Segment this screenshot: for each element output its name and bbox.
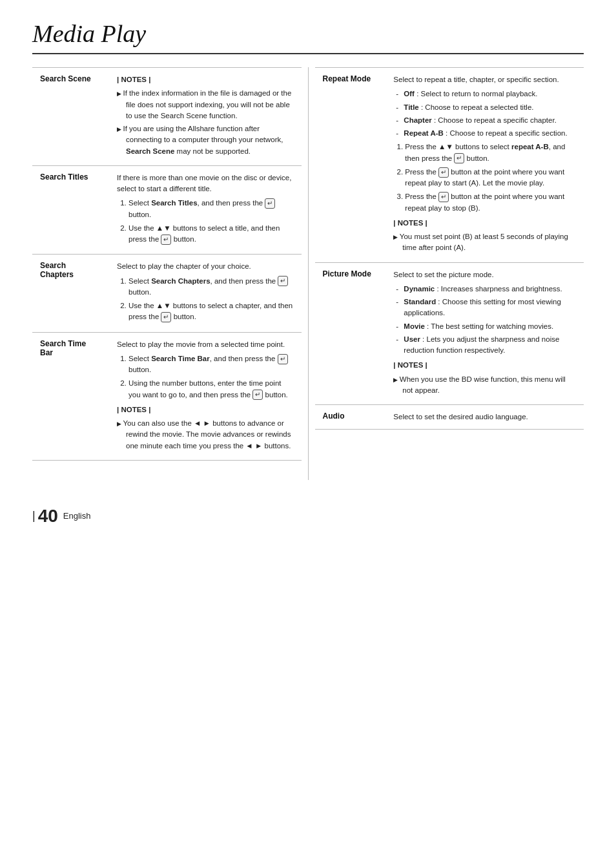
search-timebar-content: Select to play the movie from a selected…	[109, 332, 302, 460]
notes-list: If the index information in the file is …	[117, 88, 294, 157]
section-intro: Select to play the movie from a selected…	[117, 339, 294, 350]
list-item: Chapter : Choose to repeat a specific ch…	[393, 115, 576, 126]
list-item: Dynamic : Increases sharpness and bright…	[393, 284, 576, 295]
repeat-mode-label: Repeat Mode	[315, 68, 386, 263]
list-item: When you use the BD wise function, this …	[393, 374, 576, 397]
enter-icon: ↵	[438, 192, 449, 202]
main-content: Search Scene | NOTES | If the index info…	[32, 67, 584, 480]
search-titles-content: If there is more than one movie on the d…	[109, 165, 302, 255]
picture-mode-content: Select to set the picture mode. Dynamic …	[385, 262, 584, 405]
search-scene-notes: | NOTES | If the index information in th…	[117, 74, 294, 157]
enter-icon: ↵	[454, 153, 464, 163]
section-intro: Select to repeat a title, chapter, or sp…	[393, 74, 576, 85]
enter-icon: ↵	[161, 234, 171, 245]
table-row: SearchChapters Select to play the chapte…	[32, 255, 302, 332]
list-item: Use the ▲▼ buttons to select a chapter, …	[128, 300, 294, 323]
notes-title: | NOTES |	[393, 360, 576, 371]
search-chapters-content: Select to play the chapter of your choic…	[109, 255, 302, 332]
list-item: Title : Choose to repeat a selected titl…	[393, 102, 576, 113]
left-table: Search Scene | NOTES | If the index info…	[32, 67, 302, 461]
picture-mode-label: Picture Mode	[315, 262, 386, 405]
page-title: Media Play	[32, 19, 584, 54]
dash-list: Dynamic : Increases sharpness and bright…	[393, 284, 576, 357]
search-chapters-label: SearchChapters	[32, 255, 109, 332]
table-row: Search TimeBar Select to play the movie …	[32, 332, 302, 460]
search-scene-label: Search Scene	[32, 68, 109, 166]
search-scene-content: | NOTES | If the index information in th…	[109, 68, 302, 166]
steps-list: Select Search Titles, and then press the…	[117, 198, 294, 245]
steps-list: Select Search Chapters, and then press t…	[117, 276, 294, 323]
list-item: Select Search Chapters, and then press t…	[128, 276, 294, 298]
enter-icon: ↵	[278, 276, 288, 286]
list-item: You can also use the ◄ ► buttons to adva…	[117, 418, 294, 452]
right-table: Repeat Mode Select to repeat a title, ch…	[315, 67, 584, 430]
notes-title: | NOTES |	[117, 404, 294, 415]
page-footer: | 40 English	[32, 506, 584, 526]
notes-box: | NOTES | You can also use the ◄ ► butto…	[117, 404, 294, 452]
page-number: 40	[38, 506, 58, 526]
page-lang: English	[63, 511, 91, 521]
notes-box: | NOTES | You must set point (B) at leas…	[393, 218, 576, 254]
list-item: Press the ▲▼ buttons to select repeat A-…	[405, 141, 576, 164]
table-row: Search Scene | NOTES | If the index info…	[32, 68, 302, 166]
audio-text: Select to set the desired audio language…	[393, 412, 576, 422]
pipe-icon: |	[32, 509, 36, 523]
list-item: Press the ↵ button at the point where yo…	[405, 167, 576, 189]
list-item: If the index information in the file is …	[117, 88, 294, 121]
section-intro: If there is more than one movie on the d…	[117, 172, 294, 195]
notes-list: You can also use the ◄ ► buttons to adva…	[117, 418, 294, 452]
table-row: Audio Select to set the desired audio la…	[315, 405, 584, 430]
list-item: If you are using the Allshare function a…	[117, 123, 294, 157]
notes-box: | NOTES | When you use the BD wise funct…	[393, 360, 576, 396]
notes-title: | NOTES |	[117, 74, 294, 85]
audio-content: Select to set the desired audio language…	[385, 405, 584, 430]
enter-icon: ↵	[438, 167, 449, 178]
steps-list: Select Search Time Bar, and then press t…	[117, 353, 294, 401]
steps-list: Press the ▲▼ buttons to select repeat A-…	[393, 141, 576, 214]
left-column: Search Scene | NOTES | If the index info…	[32, 67, 302, 480]
list-item: Use the ▲▼ buttons to select a title, an…	[128, 223, 294, 245]
search-timebar-label: Search TimeBar	[32, 332, 109, 460]
list-item: Select Search Titles, and then press the…	[128, 198, 294, 220]
repeat-mode-content: Select to repeat a title, chapter, or sp…	[385, 68, 584, 263]
table-row: Repeat Mode Select to repeat a title, ch…	[315, 68, 584, 263]
enter-icon: ↵	[265, 198, 275, 209]
list-item: Using the number buttons, enter the time…	[128, 378, 294, 401]
audio-label: Audio	[315, 405, 386, 430]
list-item: Off : Select to return to normal playbac…	[393, 89, 576, 99]
table-row: Picture Mode Select to set the picture m…	[315, 262, 584, 405]
notes-list: When you use the BD wise function, this …	[393, 374, 576, 397]
notes-title: | NOTES |	[393, 218, 576, 229]
right-column: Repeat Mode Select to repeat a title, ch…	[315, 67, 584, 480]
enter-icon: ↵	[161, 312, 171, 322]
list-item: User : Lets you adjust the sharpness and…	[393, 334, 576, 357]
table-row: Search Titles If there is more than one …	[32, 165, 302, 255]
dash-list: Off : Select to return to normal playbac…	[393, 89, 576, 139]
list-item: Standard : Choose this setting for most …	[393, 297, 576, 319]
list-item: Movie : The best setting for watching mo…	[393, 321, 576, 332]
list-item: Press the ↵ button at the point where yo…	[405, 191, 576, 214]
enter-icon: ↵	[278, 354, 288, 364]
section-intro: Select to set the picture mode.	[393, 269, 576, 280]
notes-list: You must set point (B) at least 5 second…	[393, 231, 576, 254]
section-intro: Select to play the chapter of your choic…	[117, 261, 294, 272]
list-item: You must set point (B) at least 5 second…	[393, 231, 576, 254]
column-divider	[308, 67, 309, 480]
enter-icon: ↵	[252, 390, 263, 400]
list-item: Repeat A-B : Choose to repeat a specific…	[393, 128, 576, 139]
search-titles-label: Search Titles	[32, 165, 109, 255]
list-item: Select Search Time Bar, and then press t…	[128, 353, 294, 376]
